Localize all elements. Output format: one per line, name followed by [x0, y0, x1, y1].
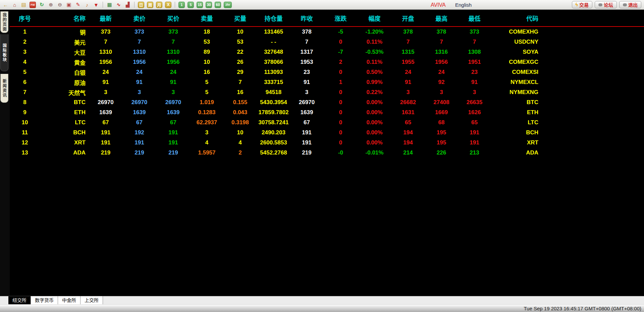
table-cell: 113093 [257, 69, 290, 76]
table-row[interactable]: 6原油919191573337159110.99%919291NYMEXCL [10, 77, 644, 87]
zoom-out-icon[interactable]: ⊖ [57, 2, 63, 8]
table-row[interactable]: 2美元7775353- -700.11%777USDCNY [10, 37, 644, 47]
trade-button[interactable]: ϟ 交易 [572, 1, 592, 8]
period-button-周[interactable]: 周 [147, 2, 153, 8]
header-cell[interactable]: 幅度 [358, 14, 391, 23]
horn-icon[interactable]: ♪ [84, 2, 90, 8]
line-chart-icon[interactable]: ∿ [115, 2, 122, 8]
table-cell: 黄金 [40, 58, 89, 66]
home-icon[interactable]: ⌂ [11, 2, 18, 8]
sidebar-tab-label: 新闻资讯 [2, 79, 7, 98]
zoom-in-icon[interactable]: ⊕ [48, 2, 54, 8]
refresh-icon[interactable]: ↻ [39, 2, 45, 8]
table-row[interactable]: 8BTC2697026970269701.0190.1555430.395426… [10, 97, 644, 107]
table-cell: 26970 [156, 99, 190, 106]
logout-button[interactable]: 退出 [619, 1, 641, 8]
table-row[interactable]: 13ADA2192192191.595725452.2768219-0-0.01… [10, 148, 644, 158]
period-button-X[interactable]: X [165, 2, 171, 8]
interval-button-5[interactable]: 5 [187, 2, 194, 8]
table-cell: 3 [10, 49, 40, 55]
table-cell: 1 [323, 79, 358, 86]
header-cell[interactable]: 昨收 [290, 14, 323, 23]
interval-button-2hr[interactable]: 2hr [224, 2, 232, 8]
table-cell: 原油 [40, 78, 89, 87]
filter-icon[interactable]: ▼ [93, 2, 99, 8]
table-cell: 1316 [425, 49, 458, 55]
header-cell[interactable]: 最高 [425, 14, 458, 23]
table-cell: USDCNY [491, 39, 541, 45]
exchange-tab-1[interactable]: 纽交所 [8, 296, 31, 304]
table-row[interactable]: 10LTC67676762.29370.319830758.72416700.0… [10, 118, 644, 128]
table-cell: 67 [122, 119, 156, 126]
table-row[interactable]: 5白银24242416291130932300.50%242423COMEXSI [10, 67, 644, 77]
table-view-icon[interactable]: ▦ [106, 2, 113, 8]
table-cell: COMEXSI [491, 69, 541, 76]
table-row[interactable]: 12XRT191191191442600.585319100.00%194195… [10, 138, 644, 148]
sidebar-tab-3[interactable]: 新闻资讯 [0, 74, 8, 103]
header-cell[interactable]: 最低 [458, 14, 491, 23]
notes-icon[interactable]: ▤ [20, 2, 27, 8]
table-row[interactable]: 1铜3733733731810131465378-5-1.20%37837837… [10, 27, 644, 37]
table-cell: -7 [323, 49, 358, 55]
table-cell: 378 [391, 29, 425, 35]
table-cell: -0.53% [358, 49, 391, 55]
table-cell: 1310 [156, 49, 190, 55]
exchange-tab-2[interactable]: 数字货币 [31, 296, 58, 304]
table-cell: 1669 [425, 109, 458, 116]
interval-button-60[interactable]: 60 [215, 2, 221, 8]
table-cell: 373 [156, 29, 190, 35]
table-cell: 29 [223, 69, 257, 76]
table-cell: 0.3198 [223, 119, 257, 126]
header-cell[interactable]: 最新 [89, 14, 122, 23]
table-cell: 219 [156, 149, 190, 156]
header-cell[interactable]: 序号 [10, 14, 40, 23]
table-cell: 7 [156, 39, 190, 45]
header-cell[interactable]: 涨跌 [323, 14, 358, 23]
table-row[interactable]: 9ETH1639163916390.12830.04317859.7802163… [10, 107, 644, 118]
toolbar-separator [175, 2, 175, 8]
table-cell: 53 [190, 39, 223, 45]
header-cell[interactable]: 代码 [491, 14, 541, 23]
period-button-月[interactable]: 月 [156, 2, 162, 8]
sidebar-tab-1[interactable]: 我的页面 [0, 11, 8, 33]
bar-chart-icon[interactable]: ▟ [124, 2, 131, 8]
period-button-日[interactable]: 日 [138, 2, 144, 8]
fw-icon[interactable]: FW [30, 2, 36, 8]
forum-button[interactable]: 论坛 [595, 1, 617, 8]
table-cell: 0 [323, 139, 358, 146]
interval-button-1[interactable]: 1 [178, 2, 185, 8]
language-switch[interactable]: English [455, 0, 472, 10]
table-cell: 11 [10, 129, 40, 136]
table-cell: 5430.3954 [257, 99, 290, 106]
table-cell: 1631 [391, 109, 425, 116]
header-cell[interactable]: 买量 [223, 14, 257, 23]
sidebar-tab-2[interactable]: 国际板块 [0, 34, 8, 71]
header-cell[interactable]: 卖价 [122, 14, 156, 23]
back-icon[interactable]: ← [2, 2, 9, 8]
header-cell[interactable]: 持仓量 [257, 14, 290, 23]
table-row[interactable]: 4黄金1956195619561026378066195320.11%19551… [10, 57, 644, 67]
table-row[interactable]: 11BCH1911921913102490.20319100.00%194195… [10, 128, 644, 138]
table-cell: 191 [156, 139, 190, 146]
exchange-tab-3[interactable]: 中金所 [58, 296, 80, 304]
interval-button-15[interactable]: 15 [197, 2, 203, 8]
header-cell[interactable]: 卖量 [190, 14, 223, 23]
exchange-tab-4[interactable]: 上交所 [80, 296, 103, 304]
interval-button-30[interactable]: 30 [206, 2, 212, 8]
table-cell: 23 [458, 69, 491, 76]
table-cell: 7 [89, 39, 122, 45]
table-cell: 0.1283 [190, 109, 223, 116]
header-cell[interactable]: 名称 [40, 14, 89, 23]
table-cell: BCH [40, 129, 89, 136]
chat-icon [623, 3, 627, 6]
table-cell: 18 [190, 29, 223, 35]
table-row[interactable]: 3大豆13101310131089223276481317-7-0.53%131… [10, 47, 644, 57]
header-cell[interactable]: 买价 [156, 14, 190, 23]
table-row[interactable]: 7天然气33351694518300.22%333NYMEXNG [10, 87, 644, 97]
layers-icon[interactable]: ▣ [66, 2, 72, 8]
table-cell: 3 [122, 89, 156, 96]
edit-icon[interactable]: ✎ [75, 2, 81, 8]
table-cell: 10 [223, 29, 257, 35]
exchange-tabs: 纽交所数字货币中金所上交所 [8, 296, 103, 304]
header-cell[interactable]: 开盘 [391, 14, 425, 23]
